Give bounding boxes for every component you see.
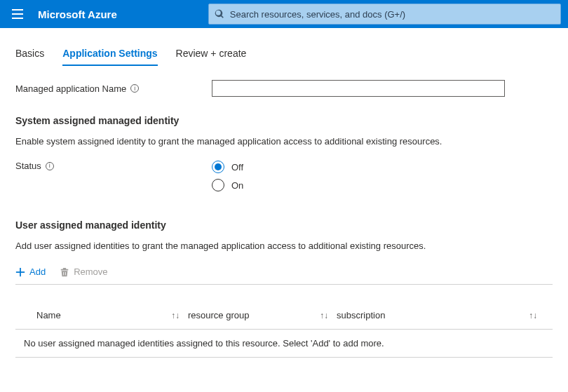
sort-icon: ↑↓: [529, 311, 537, 320]
status-option-on[interactable]: On: [212, 179, 243, 191]
hamburger-icon: [12, 9, 23, 19]
status-row: Status i Off On: [15, 161, 553, 191]
trash-icon: [60, 267, 69, 277]
add-button-label: Add: [29, 266, 46, 277]
user-identity-description: Add user assigned identities to grant th…: [15, 241, 553, 251]
hamburger-menu-button[interactable]: [7, 4, 28, 25]
status-option-off[interactable]: Off: [212, 161, 243, 173]
svg-rect-0: [12, 9, 23, 11]
column-header-subscription[interactable]: subscription ↑↓: [337, 310, 546, 320]
remove-identity-button: Remove: [60, 266, 107, 277]
sort-icon: ↑↓: [320, 311, 328, 320]
info-icon[interactable]: i: [130, 84, 139, 93]
brand-label: Microsoft Azure: [38, 8, 117, 20]
status-radio-group: Off On: [212, 161, 243, 191]
search-wrap: [208, 4, 561, 25]
global-search-box[interactable]: [208, 4, 561, 25]
status-label: Status: [15, 161, 41, 171]
wizard-tabs: Basics Application Settings Review + cre…: [15, 43, 553, 65]
radio-icon: [212, 179, 224, 191]
column-header-resource-group[interactable]: resource group ↑↓: [188, 310, 337, 320]
system-identity-description: Enable system assigned identity to grant…: [15, 136, 553, 147]
sort-icon: ↑↓: [171, 311, 180, 320]
tab-basics[interactable]: Basics: [15, 43, 44, 65]
managed-app-name-label-cell: Managed application Name i: [15, 83, 212, 94]
status-option-on-label: On: [231, 180, 243, 191]
search-icon: [215, 9, 224, 19]
system-identity-heading: System assigned managed identity: [15, 115, 553, 126]
info-icon[interactable]: i: [46, 162, 54, 170]
column-rg-label: resource group: [188, 310, 249, 320]
svg-rect-2: [12, 18, 23, 19]
page-content: Basics Application Settings Review + cre…: [0, 28, 568, 358]
plus-icon: [15, 267, 25, 277]
global-search-input[interactable]: [230, 9, 555, 20]
add-identity-button[interactable]: Add: [15, 266, 46, 277]
status-label-cell: Status i: [15, 161, 212, 171]
managed-app-name-row: Managed application Name i: [15, 80, 553, 97]
column-name-label: Name: [36, 310, 61, 320]
svg-rect-1: [12, 13, 23, 15]
identity-table-empty-row: No user assigned managed identities assi…: [15, 330, 553, 358]
identity-table-header: Name ↑↓ resource group ↑↓ subscription ↑…: [15, 310, 553, 330]
managed-app-name-input[interactable]: [212, 80, 505, 97]
remove-button-label: Remove: [74, 266, 107, 277]
identity-toolbar: Add Remove: [15, 266, 553, 285]
identity-table: Name ↑↓ resource group ↑↓ subscription ↑…: [15, 310, 553, 358]
status-option-off-label: Off: [231, 162, 243, 173]
radio-icon: [212, 161, 224, 173]
tab-review-create[interactable]: Review + create: [176, 43, 247, 65]
tab-application-settings[interactable]: Application Settings: [62, 43, 157, 65]
managed-app-name-label: Managed application Name: [15, 83, 126, 94]
user-identity-heading: User assigned managed identity: [15, 219, 553, 231]
column-header-name[interactable]: Name ↑↓: [36, 310, 188, 320]
column-sub-label: subscription: [337, 310, 385, 320]
azure-top-bar: Microsoft Azure: [0, 0, 568, 28]
